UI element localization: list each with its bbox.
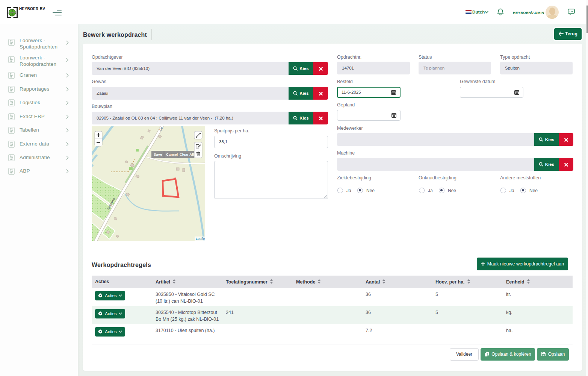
- svg-text:Leaflet: Leaflet: [196, 237, 205, 241]
- svg-text:Save: Save: [154, 152, 162, 156]
- svg-text:Cancel: Cancel: [166, 152, 178, 156]
- svg-text:Clear All: Clear All: [180, 152, 194, 156]
